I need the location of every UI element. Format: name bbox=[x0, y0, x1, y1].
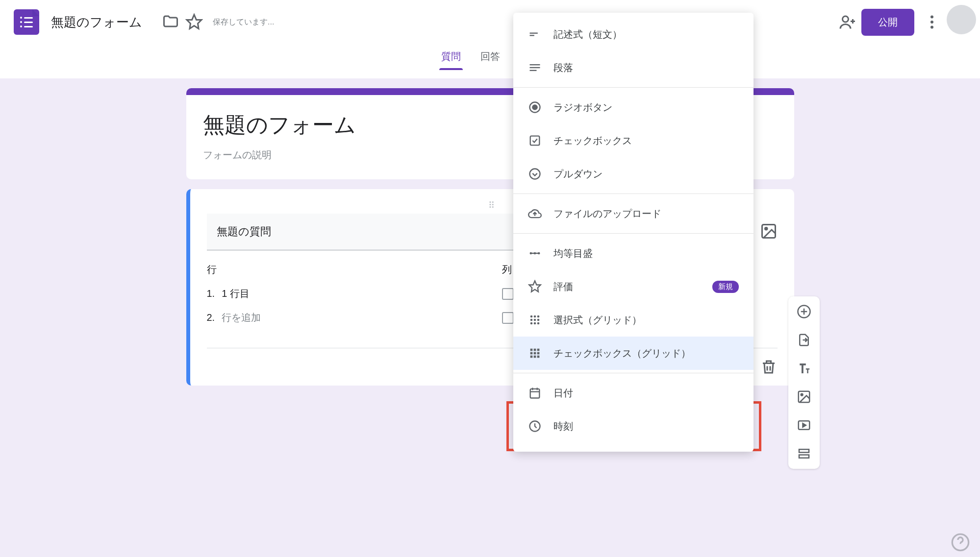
form-canvas: 無題のフォーム フォームの説明 ⠿ 行 1. 1 行目 bbox=[0, 78, 980, 386]
menu-label: チェックボックス（グリッド） bbox=[553, 347, 691, 360]
svg-rect-39 bbox=[534, 349, 536, 351]
menu-label: 記述式（短文） bbox=[553, 28, 622, 41]
delete-icon[interactable] bbox=[760, 358, 778, 376]
add-section-icon[interactable] bbox=[797, 446, 811, 461]
form-title-input[interactable] bbox=[51, 15, 159, 30]
checkbox-icon bbox=[528, 134, 542, 147]
question-type-menu: 記述式（短文） 段落 ラジオボタン チェックボックス プルダウン ファイルのアッ… bbox=[513, 13, 754, 452]
linear-scale-icon bbox=[528, 246, 542, 260]
help-icon[interactable] bbox=[951, 533, 970, 552]
menu-dropdown[interactable]: プルダウン bbox=[513, 157, 754, 191]
menu-file-upload[interactable]: ファイルのアップロード bbox=[513, 197, 754, 230]
svg-rect-47 bbox=[530, 389, 540, 398]
svg-point-32 bbox=[530, 319, 533, 321]
svg-rect-27 bbox=[531, 253, 539, 254]
svg-rect-17 bbox=[530, 64, 540, 65]
grid-row[interactable]: 1. 1 行目 bbox=[207, 287, 482, 300]
row-number: 1. bbox=[207, 288, 215, 299]
svg-rect-15 bbox=[530, 33, 538, 34]
svg-point-36 bbox=[534, 322, 536, 325]
forms-app-icon[interactable] bbox=[14, 9, 39, 35]
svg-point-6 bbox=[765, 228, 767, 230]
upload-icon bbox=[528, 207, 542, 220]
add-video-icon[interactable] bbox=[797, 418, 811, 433]
grid-dots-icon bbox=[528, 313, 542, 327]
menu-time[interactable]: 時刻 bbox=[513, 410, 754, 443]
short-answer-icon bbox=[528, 27, 542, 41]
menu-label: チェックボックス bbox=[553, 134, 632, 147]
time-icon bbox=[528, 419, 542, 433]
svg-point-21 bbox=[532, 105, 537, 109]
date-icon bbox=[528, 386, 542, 400]
new-badge: 新規 bbox=[712, 281, 739, 293]
svg-point-2 bbox=[930, 16, 933, 19]
svg-point-34 bbox=[537, 319, 540, 321]
svg-rect-40 bbox=[537, 349, 540, 351]
header-tabs: 質問 回答 設定 bbox=[0, 44, 980, 70]
svg-point-29 bbox=[530, 315, 533, 318]
menu-label: 均等目盛 bbox=[553, 247, 593, 260]
move-to-folder-icon[interactable] bbox=[162, 13, 179, 31]
menu-checkbox-grid[interactable]: チェックボックス（グリッド） bbox=[513, 337, 754, 370]
svg-point-37 bbox=[537, 322, 540, 325]
svg-point-10 bbox=[801, 394, 803, 396]
svg-marker-28 bbox=[529, 281, 540, 291]
row-number: 2. bbox=[207, 312, 215, 323]
menu-radio[interactable]: ラジオボタン bbox=[513, 91, 754, 124]
svg-rect-43 bbox=[537, 352, 540, 355]
star-icon[interactable] bbox=[185, 13, 203, 31]
svg-rect-19 bbox=[530, 70, 537, 71]
add-row-label[interactable]: 行を追加 bbox=[222, 311, 261, 324]
menu-label: プルダウン bbox=[553, 168, 603, 181]
add-image-icon[interactable] bbox=[760, 222, 778, 240]
publish-button[interactable]: 公開 bbox=[861, 9, 914, 36]
side-toolbar bbox=[788, 296, 820, 469]
svg-rect-22 bbox=[530, 136, 540, 145]
tab-questions[interactable]: 質問 bbox=[439, 44, 463, 70]
menu-label: 評価 bbox=[553, 280, 573, 293]
svg-point-23 bbox=[530, 169, 540, 179]
menu-short-answer[interactable]: 記述式（短文） bbox=[513, 18, 754, 51]
menu-separator bbox=[513, 373, 754, 373]
menu-label: 時刻 bbox=[553, 420, 573, 433]
add-image-section-icon[interactable] bbox=[797, 389, 811, 404]
svg-rect-41 bbox=[530, 352, 533, 355]
svg-rect-42 bbox=[534, 352, 536, 355]
svg-rect-46 bbox=[537, 356, 540, 358]
add-question-icon[interactable] bbox=[797, 304, 811, 319]
svg-point-33 bbox=[534, 319, 536, 321]
menu-multiple-choice-grid[interactable]: 選択式（グリッド） bbox=[513, 303, 754, 337]
grid-squares-icon bbox=[528, 346, 542, 360]
import-questions-icon[interactable] bbox=[797, 333, 811, 347]
more-options-icon[interactable] bbox=[923, 13, 941, 31]
add-collaborator-icon[interactable] bbox=[839, 13, 856, 31]
svg-marker-12 bbox=[803, 423, 806, 427]
svg-point-31 bbox=[537, 315, 540, 318]
add-title-icon[interactable] bbox=[797, 361, 811, 376]
row-label[interactable]: 1 行目 bbox=[222, 287, 250, 300]
paragraph-icon bbox=[528, 61, 542, 74]
header-top-row: 保存しています... 公開 bbox=[0, 0, 980, 44]
menu-label: 日付 bbox=[553, 387, 573, 400]
svg-rect-14 bbox=[799, 455, 809, 458]
menu-linear-scale[interactable]: 均等目盛 bbox=[513, 237, 754, 270]
menu-date[interactable]: 日付 bbox=[513, 376, 754, 410]
menu-rating[interactable]: 評価 新規 bbox=[513, 270, 754, 303]
svg-rect-18 bbox=[530, 67, 540, 68]
rating-star-icon bbox=[528, 280, 542, 293]
menu-checkbox[interactable]: チェックボックス bbox=[513, 124, 754, 157]
checkbox-empty-icon bbox=[502, 312, 514, 324]
svg-rect-16 bbox=[530, 35, 534, 36]
grid-row-add[interactable]: 2. 行を追加 bbox=[207, 311, 482, 324]
checkbox-empty-icon bbox=[502, 288, 514, 300]
tab-responses[interactable]: 回答 bbox=[478, 44, 502, 70]
svg-point-35 bbox=[530, 322, 533, 325]
menu-label: 選択式（グリッド） bbox=[553, 314, 642, 327]
svg-point-1 bbox=[843, 16, 849, 22]
svg-point-30 bbox=[534, 315, 536, 318]
menu-paragraph[interactable]: 段落 bbox=[513, 51, 754, 84]
account-avatar[interactable] bbox=[947, 5, 976, 34]
svg-point-4 bbox=[930, 26, 933, 29]
menu-label: ファイルのアップロード bbox=[553, 207, 661, 220]
menu-label: 段落 bbox=[553, 61, 573, 74]
